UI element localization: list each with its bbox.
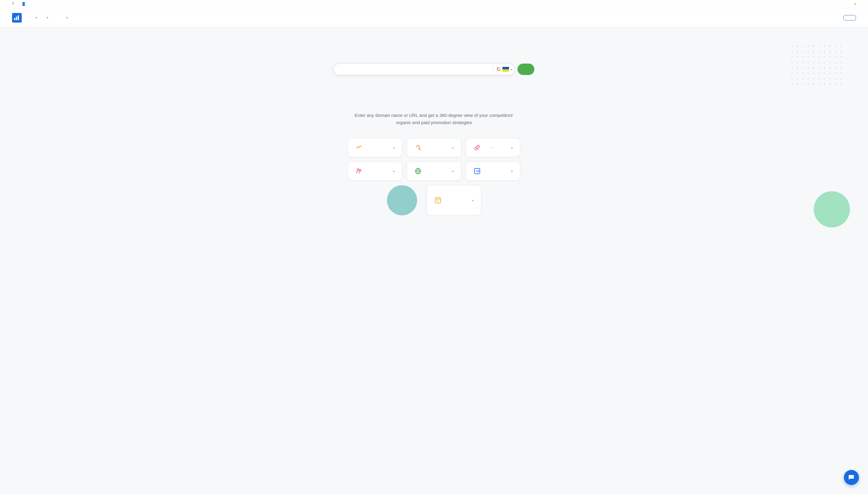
features-chevron-icon: ▾ [47, 16, 48, 19]
search-bar: G ▾ [334, 63, 515, 75]
chat-bubble-button[interactable] [844, 470, 859, 485]
why-chevron-icon: ▾ [36, 16, 37, 19]
logo-icon [12, 13, 22, 23]
historical-data-icon [434, 197, 442, 204]
svg-rect-0 [14, 18, 15, 20]
search-container: G ▾ [12, 63, 856, 75]
cards-row-2: ▾ ▾ Ad ▾ [348, 162, 520, 180]
nav-links: ▾ ▾ ▾ [34, 16, 68, 19]
features-section: Enter any domain name or URL and get a 3… [0, 112, 868, 233]
backlinks-icon [474, 144, 481, 151]
feature-cards-grid: ▾ ▾ ▾ [319, 138, 549, 215]
feature-card-backlinks[interactable]: ▾ [466, 138, 520, 157]
domain-url-input[interactable] [341, 67, 490, 72]
nav-resources[interactable]: ▾ [65, 16, 68, 19]
ads-icon: Ad [474, 168, 481, 175]
svg-rect-17 [437, 201, 437, 202]
competitors-icon [355, 168, 363, 175]
country-chevron-icon: ▾ [511, 68, 512, 71]
google-icon: G [497, 66, 501, 72]
features-description: Enter any domain name or URL and get a 3… [12, 112, 856, 126]
feature-card-historical-data[interactable]: ▾ [427, 185, 481, 215]
traffic-chevron-icon: ▾ [393, 146, 394, 149]
svg-point-4 [357, 146, 358, 147]
feature-card-ads[interactable]: Ad ▾ [466, 162, 520, 180]
svg-point-7 [359, 170, 361, 171]
svg-point-6 [357, 169, 359, 170]
nav-features[interactable]: ▾ [45, 16, 48, 19]
backlinks-chevron-icon: ▾ [511, 146, 513, 149]
chat-icon [848, 474, 855, 481]
navbar: ▾ ▾ ▾ [0, 8, 868, 27]
projects-button[interactable] [843, 15, 856, 20]
keywords-chevron-icon: ▾ [452, 146, 454, 149]
person-icon: 👤 [21, 2, 26, 6]
svg-line-5 [419, 148, 421, 150]
country-selector[interactable]: G ▾ [497, 66, 512, 72]
top-bar-left: ? 👤 [12, 2, 27, 6]
top-bar: ? 👤 ▾ [0, 0, 868, 8]
historical-data-chevron-icon: ▾ [472, 199, 474, 202]
svg-text:Ad: Ad [476, 170, 479, 173]
nav-right [837, 15, 856, 20]
feature-card-global-metrics[interactable]: ▾ [407, 162, 461, 180]
global-metrics-chevron-icon: ▾ [452, 170, 454, 173]
svg-rect-13 [435, 198, 441, 203]
ads-chevron-icon: ▾ [511, 170, 513, 173]
logo[interactable] [12, 13, 23, 23]
circle-green-decoration [814, 191, 850, 227]
request-demo-link[interactable]: 👤 [21, 2, 27, 6]
competitors-chevron-icon: ▾ [393, 170, 394, 173]
svg-rect-2 [18, 15, 19, 20]
teal-circle-decoration [387, 185, 417, 215]
help-center-link[interactable]: ? [12, 2, 15, 6]
analyse-button[interactable] [517, 63, 534, 75]
cards-row-1: ▾ ▾ ▾ [348, 138, 520, 157]
resources-chevron-icon: ▾ [66, 16, 68, 19]
hero-section: const dotsContainer = document.querySele… [0, 27, 868, 108]
nav-why-se-ranking[interactable]: ▾ [34, 16, 37, 19]
nav-left: ▾ ▾ ▾ [12, 13, 68, 23]
feature-card-keywords[interactable]: ▾ [407, 138, 461, 157]
traffic-icon [355, 144, 363, 151]
global-metrics-icon [414, 168, 422, 175]
svg-rect-1 [16, 17, 17, 20]
feature-card-traffic[interactable]: ▾ [348, 138, 402, 157]
backlinks-new-badge [489, 147, 493, 148]
cards-row-3: ▾ [319, 185, 549, 215]
language-selector[interactable]: ▾ [851, 2, 856, 6]
svg-rect-18 [438, 201, 439, 202]
help-icon: ? [12, 2, 14, 6]
ukraine-flag-icon [502, 67, 509, 72]
feature-card-competitors[interactable]: ▾ [348, 162, 402, 180]
lang-chevron-icon: ▾ [854, 2, 856, 6]
keywords-icon [414, 144, 422, 151]
logo-bars-icon [14, 15, 20, 21]
